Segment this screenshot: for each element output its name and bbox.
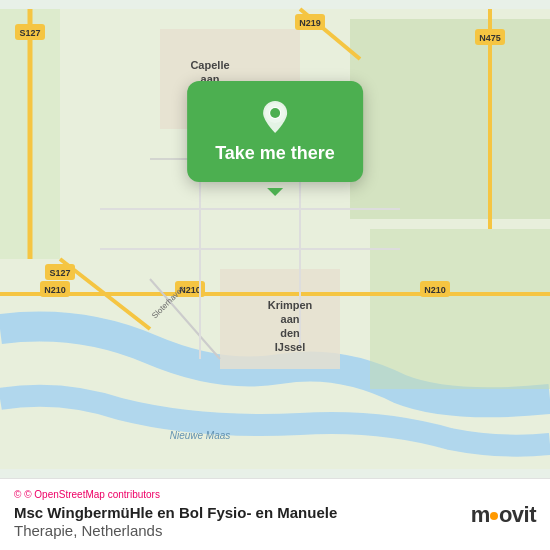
location-name: Msc WingbermüHle en Bol Fysio- en Manuel… <box>14 504 459 522</box>
svg-text:Nieuwe Maas: Nieuwe Maas <box>170 430 231 441</box>
svg-text:N219: N219 <box>299 18 321 28</box>
svg-text:S127: S127 <box>49 268 70 278</box>
osm-copyright: © <box>14 489 21 500</box>
svg-point-43 <box>270 108 280 118</box>
info-bar: © © OpenStreetMap contributors Msc Wingb… <box>0 478 550 550</box>
svg-rect-1 <box>350 19 550 219</box>
svg-text:den: den <box>280 327 300 339</box>
svg-text:Capelle: Capelle <box>190 59 229 71</box>
location-country: Therapie, Netherlands <box>14 522 459 540</box>
svg-text:N210: N210 <box>44 285 66 295</box>
svg-text:S127: S127 <box>19 28 40 38</box>
svg-rect-2 <box>370 229 550 389</box>
svg-text:Krimpen: Krimpen <box>268 299 313 311</box>
moovit-text: movit <box>471 502 536 528</box>
take-me-there-popup[interactable]: Take me there <box>187 81 363 182</box>
moovit-logo: movit <box>471 502 536 528</box>
app-container: S127 N219 N475 N210 N210 N210 S127 <box>0 0 550 550</box>
map-area: S127 N219 N475 N210 N210 N210 S127 <box>0 0 550 478</box>
info-left: © © OpenStreetMap contributors Msc Wingb… <box>14 489 459 540</box>
svg-text:IJssel: IJssel <box>275 341 306 353</box>
location-pin-icon <box>257 99 293 135</box>
svg-text:N475: N475 <box>479 33 501 43</box>
svg-text:aan: aan <box>281 313 300 325</box>
moovit-dot <box>490 512 498 520</box>
popup-label: Take me there <box>215 143 335 164</box>
map-svg: S127 N219 N475 N210 N210 N210 S127 <box>0 0 550 478</box>
svg-text:N210: N210 <box>424 285 446 295</box>
osm-credit: © © OpenStreetMap contributors <box>14 489 459 500</box>
osm-credit-text: © OpenStreetMap contributors <box>24 489 160 500</box>
